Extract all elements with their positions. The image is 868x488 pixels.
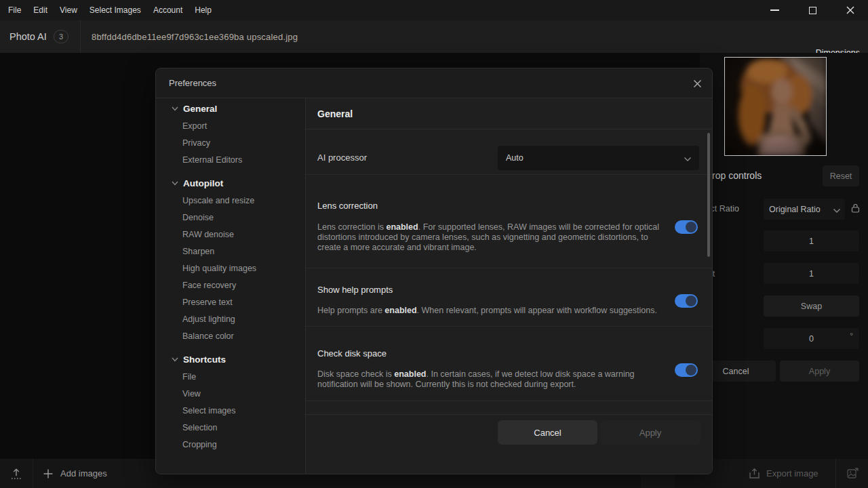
menu-file[interactable]: File [8,5,21,15]
chevron-down-icon [172,106,178,111]
minimize-button[interactable] [768,3,781,17]
sidebar-item-preserve-text[interactable]: Preserve text [156,293,305,310]
sidebar-section-general: General Export Privacy External Editors [156,100,305,168]
preferences-close-button[interactable] [691,77,703,89]
sidebar-item-raw-denoise[interactable]: RAW denoise [156,226,305,243]
setting-row-check-disk-space: Check disk space Disk space check is ena… [306,327,712,401]
add-images-label: Add images [60,468,107,479]
show-help-prompts-title: Show help prompts [317,285,393,295]
sidebar-item-cropping[interactable]: Cropping [156,436,305,453]
menu-bar: File Edit View Select Images Account Hel… [0,0,868,20]
crop-reset-button[interactable]: Reset [823,165,859,186]
setting-row-ai-processor: AI processor Auto [306,129,712,175]
sidebar-header-shortcuts[interactable]: Shortcuts [156,351,305,368]
sidebar-header-general[interactable]: General [156,100,305,117]
app-title: Photo AI [9,20,47,53]
export-image-button[interactable]: Export image [749,459,818,488]
menu-view[interactable]: View [60,5,77,15]
add-images-button[interactable]: Add images [43,459,107,488]
ai-processor-value: Auto [506,153,524,163]
sidebar-item-selection[interactable]: Selection [156,419,305,436]
check-disk-space-title: Check disk space [317,348,387,359]
rotation-input[interactable]: 0 ° [764,328,859,349]
sidebar-item-sharpen[interactable]: Sharpen [156,243,305,260]
lens-correction-description: Lens correction is enabled. For supporte… [317,222,660,253]
sidebar-item-select-images[interactable]: Select images [156,402,305,419]
crop-controls-title: Crop controls [705,170,762,181]
chevron-down-icon [684,155,692,164]
tab-bar: Photo AI 3 8bffdd4d6dbe11ee9f7d963c1ee36… [0,20,868,53]
crop-apply-button[interactable]: Apply [780,361,859,382]
photo-ai-window: File Edit View Select Images Account Hel… [0,0,868,488]
sidebar-item-file[interactable]: File [156,368,305,385]
close-window-button[interactable] [844,3,857,17]
bottom-bar-divider-right [835,459,836,488]
menu-account[interactable]: Account [153,5,182,15]
sidebar-item-export[interactable]: Export [156,117,305,134]
chevron-down-icon [172,357,178,362]
sidebar-item-denoise[interactable]: Denoise [156,209,305,226]
sidebar-item-external-editors[interactable]: External Editors [156,151,305,168]
chevron-down-icon[interactable] [833,204,841,216]
show-help-prompts-description: Help prompts are enabled. When relevant,… [317,306,687,316]
degree-unit: ° [850,331,853,341]
window-controls [768,0,857,20]
preferences-dialog: Preferences General Export Privacy Exter… [155,68,713,474]
maximize-button[interactable] [806,3,819,17]
sidebar-header-autopilot[interactable]: Autopilot [156,175,305,192]
sidebar-item-adjust-lighting[interactable]: Adjust lighting [156,310,305,327]
check-disk-space-toggle[interactable] [675,363,698,377]
preferences-apply-button[interactable]: Apply [600,420,701,445]
check-disk-space-description: Disk space check is enabled. In certain … [317,369,636,390]
upload-button[interactable] [0,459,33,488]
ai-processor-select[interactable]: Auto [498,146,699,170]
open-preview-button[interactable] [841,459,864,488]
close-icon [693,79,702,88]
sidebar-item-upscale-and-resize[interactable]: Upscale and resize [156,192,305,209]
preferences-sidebar: General Export Privacy External Editors … [156,98,306,474]
setting-row-show-help-prompts: Show help prompts Help prompts are enabl… [306,268,712,327]
setting-row-lens-correction: Lens correction Lens correction is enabl… [306,175,712,268]
lens-correction-title: Lens correction [317,201,378,211]
background-panel-fragment [641,474,675,488]
menu-edit[interactable]: Edit [33,5,47,15]
rotation-value: 0 [809,334,814,344]
sidebar-item-high-quality-images[interactable]: High quality images [156,260,305,277]
sidebar-label: General [183,104,217,114]
sidebar-item-face-recovery[interactable]: Face recovery [156,277,305,293]
content-title-row: General [306,98,712,129]
sidebar-section-shortcuts: Shortcuts File View Select images Select… [156,351,305,453]
image-filename-tab[interactable]: 8bffdd4d6dbe11ee9f7d963c1ee369ba upscale… [92,20,298,53]
sidebar-label: Autopilot [183,178,223,188]
sidebar-item-privacy[interactable]: Privacy [156,134,305,151]
export-icon [749,468,760,479]
sidebar-item-view[interactable]: View [156,385,305,402]
export-image-label: Export image [766,468,818,479]
image-count-badge: 3 [54,30,68,43]
image-external-icon [846,467,859,480]
crop-width-input[interactable]: 1 [764,230,859,251]
swap-dimensions-button[interactable]: Swap [764,296,859,317]
crop-height-input[interactable]: 1 [764,263,859,284]
content-section-title: General [317,108,353,119]
chevron-down-icon [172,181,178,186]
image-thumbnail[interactable] [724,57,827,156]
menu-help[interactable]: Help [195,5,212,15]
dialog-scrollbar[interactable] [707,133,710,257]
preferences-body: General Export Privacy External Editors … [156,98,712,474]
sidebar-item-balance-color[interactable]: Balance color [156,327,305,344]
bottom-bar-divider [33,459,33,488]
show-help-prompts-toggle[interactable] [675,294,698,308]
plus-icon [43,468,54,479]
menu-select-images[interactable]: Select Images [90,5,141,15]
preferences-cancel-button[interactable]: Cancel [498,420,597,445]
aspect-lock-icon[interactable] [851,203,860,216]
preferences-header: Preferences [156,68,712,98]
sidebar-section-autopilot: Autopilot Upscale and resize Denoise RAW… [156,175,305,344]
lens-correction-toggle[interactable] [675,220,698,234]
ai-processor-label: AI processor [317,152,367,163]
upload-icon [9,467,23,481]
sidebar-label: Shortcuts [183,354,226,365]
aspect-ratio-value: Original Ratio [769,205,821,214]
preferences-content: General AI processor Auto Lens correctio… [306,98,712,474]
